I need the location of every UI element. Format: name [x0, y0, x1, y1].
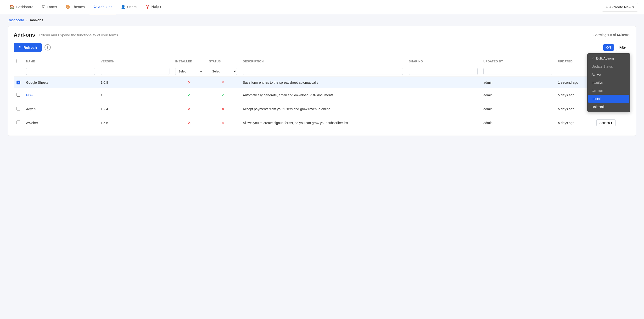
- installed-x-icon: ✕: [188, 80, 191, 84]
- col-version: VERSION: [98, 57, 172, 66]
- row-name-cell: AWeber: [23, 116, 98, 130]
- filter-button[interactable]: Filter: [616, 44, 630, 51]
- col-status: STATUS: [206, 57, 240, 66]
- status-check-icon: ✓: [221, 93, 224, 97]
- navbar: 🏠Dashboard☑Forms🎨Themes⚙Add-Ons👤Users❓He…: [0, 0, 644, 14]
- row-sharing-cell: [406, 77, 480, 88]
- meta-range: 1-5: [607, 33, 612, 37]
- dropdown-bulk-actions[interactable]: ✓ Bulk Actions: [587, 54, 630, 62]
- nav-label-users: Users: [127, 5, 136, 9]
- row-status-cell: ✕: [206, 77, 240, 88]
- filter-check-cell: [14, 66, 23, 77]
- row-updated-by-cell: admin: [480, 77, 555, 88]
- nav-item-addons[interactable]: ⚙Add-Ons: [90, 0, 116, 14]
- row-version-cell: 1.5: [98, 88, 172, 102]
- filter-name-input[interactable]: [26, 68, 95, 75]
- card-meta: Showing 1-5 of 44 items.: [594, 33, 630, 37]
- row-checkbox[interactable]: [16, 120, 20, 124]
- nav-item-help[interactable]: ❓Help ▾: [141, 0, 165, 14]
- nav-item-themes[interactable]: 🎨Themes: [62, 0, 88, 14]
- meta-suffix: items.: [620, 33, 630, 37]
- installed-x-icon: ✕: [188, 121, 191, 125]
- create-new-button[interactable]: + + Create New ▾: [602, 3, 638, 11]
- dropdown-active-label: Active: [592, 73, 601, 76]
- select-all-checkbox[interactable]: [16, 59, 20, 63]
- col-check: [14, 57, 23, 66]
- help-icon[interactable]: ?: [44, 44, 51, 50]
- filter-description-cell: [240, 66, 406, 77]
- nav-icon-themes: 🎨: [66, 4, 70, 9]
- row-checkbox[interactable]: [16, 93, 20, 97]
- addon-name-link[interactable]: PDF: [26, 93, 33, 97]
- addon-name: Adyen: [26, 107, 36, 111]
- breadcrumb-home-link[interactable]: Dashboard: [8, 18, 24, 22]
- dropdown-inactive-label: Inactive: [592, 81, 603, 85]
- dropdown-update-status-label: Update Status: [592, 64, 613, 68]
- row-sharing-cell: [406, 116, 480, 130]
- col-updated-by: UPDATED BY: [480, 57, 555, 66]
- addons-table: NAME VERSION INSTALLED STATUS DESCRIPTIO…: [14, 57, 630, 130]
- dropdown-update-status: Update Status: [587, 62, 630, 70]
- refresh-button[interactable]: ↻ Refresh: [14, 43, 42, 52]
- installed-x-icon: ✕: [188, 107, 191, 111]
- filter-status-select[interactable]: Selec: [209, 68, 237, 75]
- dropdown-active[interactable]: Active: [587, 70, 630, 79]
- dropdown-bulk-actions-label: Bulk Actions: [596, 56, 614, 60]
- nav-item-dashboard[interactable]: 🏠Dashboard: [6, 0, 37, 14]
- row-check-cell: [14, 102, 23, 116]
- row-checkbox-checked[interactable]: ✓: [16, 81, 20, 84]
- filter-description-input[interactable]: [243, 68, 403, 75]
- row-status-cell: ✓: [206, 88, 240, 102]
- addon-name: Google Sheets: [26, 81, 48, 84]
- nav-icon-addons: ⚙: [93, 4, 97, 9]
- row-updated-by-cell: admin: [480, 116, 555, 130]
- filter-sharing-input[interactable]: [409, 68, 478, 75]
- refresh-label: Refresh: [24, 45, 37, 49]
- table-row: Adyen 1.2.4 ✕ ✕ Accept payments from you…: [14, 102, 630, 116]
- breadcrumb-current: Add-ons: [30, 18, 43, 22]
- refresh-icon: ↻: [18, 45, 22, 49]
- row-actions-cell: Actions ▾: [594, 116, 630, 130]
- row-checkbox[interactable]: [16, 107, 20, 110]
- row-name-cell: Adyen: [23, 102, 98, 116]
- row-check-cell: ✓: [14, 77, 23, 88]
- filter-row: Selec Selec: [14, 66, 630, 77]
- filter-version-input[interactable]: [101, 68, 170, 75]
- breadcrumb: Dashboard / Add-ons: [0, 14, 644, 24]
- nav-items: 🏠Dashboard☑Forms🎨Themes⚙Add-Ons👤Users❓He…: [6, 0, 602, 14]
- status-x-icon: ✕: [221, 80, 224, 84]
- dropdown-install-label: Install: [592, 97, 602, 101]
- row-check-cell: [14, 88, 23, 102]
- col-description: DESCRIPTION: [240, 57, 406, 66]
- dropdown-inactive[interactable]: Inactive: [587, 79, 630, 87]
- row-version-cell: 1.0.8: [98, 77, 172, 88]
- dropdown-uninstall[interactable]: Uninstall: [587, 103, 630, 111]
- row-name-cell: Google Sheets: [23, 77, 98, 88]
- nav-item-users[interactable]: 👤Users: [117, 0, 140, 14]
- dropdown-install[interactable]: Install: [588, 95, 630, 103]
- row-updated-cell: 5 days ago: [555, 116, 594, 130]
- row-description-cell: Automatically generate, email and downlo…: [240, 88, 406, 102]
- row-status-cell: ✕: [206, 116, 240, 130]
- meta-prefix: Showing: [594, 33, 608, 37]
- dropdown-uninstall-label: Uninstall: [592, 105, 604, 109]
- filter-installed-cell: Selec: [172, 66, 206, 77]
- row-updated-by-cell: admin: [480, 102, 555, 116]
- row-description-cell: Allows you to create signup forms, so yo…: [240, 116, 406, 130]
- actions-button[interactable]: Actions ▾: [596, 119, 616, 126]
- filter-installed-select[interactable]: Selec: [175, 68, 203, 75]
- row-status-cell: ✕: [206, 102, 240, 116]
- addon-name: AWeber: [26, 121, 38, 125]
- dropdown-general-label: General: [592, 89, 602, 92]
- filter-updated-by-input[interactable]: [484, 68, 552, 75]
- nav-icon-users: 👤: [121, 4, 126, 9]
- nav-item-forms[interactable]: ☑Forms: [38, 0, 61, 14]
- dropdown-general: General: [587, 87, 630, 95]
- status-x-icon: ✕: [221, 107, 224, 111]
- row-installed-cell: ✕: [172, 77, 206, 88]
- create-new-label: + Create New ▾: [609, 5, 634, 9]
- card-title-group: Add-ons Extend and Expand the functional…: [14, 32, 118, 38]
- col-installed: INSTALLED: [172, 57, 206, 66]
- help-char: ?: [47, 45, 49, 49]
- toggle-on-badge[interactable]: ON: [603, 44, 614, 51]
